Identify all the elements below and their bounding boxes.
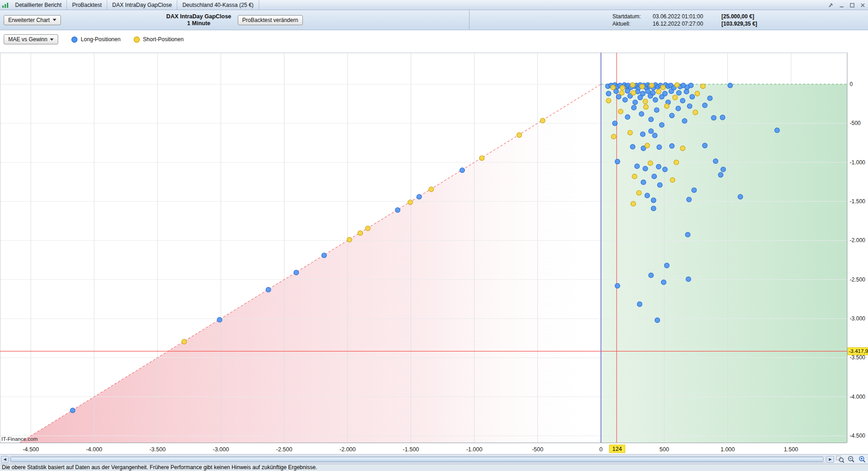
trade-point[interactable] [639, 112, 644, 117]
trade-point[interactable] [637, 190, 642, 195]
trade-point[interactable] [649, 83, 654, 88]
trade-point[interactable] [665, 104, 670, 109]
trade-point[interactable] [615, 159, 620, 164]
trade-point[interactable] [660, 123, 665, 128]
trade-point[interactable] [408, 200, 413, 205]
erweiterter-chart-dropdown[interactable]: Erweiterter Chart [4, 15, 61, 25]
zoom-selection-button[interactable] [835, 455, 845, 464]
trade-point[interactable] [644, 104, 649, 109]
trade-point[interactable] [728, 83, 733, 88]
trade-point[interactable] [620, 85, 625, 90]
trade-point[interactable] [669, 89, 674, 94]
trade-point[interactable] [680, 98, 685, 103]
trade-point[interactable] [640, 84, 645, 89]
trade-point[interactable] [654, 108, 659, 113]
maximize-icon[interactable] [848, 1, 856, 9]
trade-point[interactable] [517, 133, 522, 138]
trade-point[interactable] [670, 178, 675, 183]
trade-point[interactable] [661, 280, 666, 285]
trade-point[interactable] [611, 134, 616, 139]
trade-point[interactable] [366, 226, 371, 231]
scroll-right-button[interactable]: ▶ [826, 456, 834, 463]
trade-point[interactable] [70, 408, 75, 413]
trade-point[interactable] [703, 103, 708, 108]
hscrollbar-track[interactable] [10, 456, 825, 463]
trade-point[interactable] [645, 143, 650, 148]
trade-point[interactable] [670, 144, 675, 149]
trade-point[interactable] [266, 287, 271, 292]
trade-point[interactable] [606, 91, 611, 96]
pin-icon[interactable] [827, 1, 835, 9]
trade-point[interactable] [720, 115, 725, 120]
trade-point[interactable] [643, 166, 648, 171]
trade-point[interactable] [640, 132, 645, 137]
trade-point[interactable] [429, 187, 434, 192]
trade-point[interactable] [625, 88, 630, 93]
trade-point[interactable] [680, 146, 685, 151]
trade-point[interactable] [632, 174, 637, 179]
probacktest-veraendern-button[interactable]: ProBacktest verändern [238, 15, 303, 25]
trade-point[interactable] [738, 195, 743, 200]
trade-point[interactable] [652, 174, 657, 179]
trade-point[interactable] [322, 253, 327, 258]
trade-point[interactable] [648, 161, 653, 166]
trade-point[interactable] [633, 100, 638, 105]
trade-point[interactable] [662, 167, 667, 172]
trade-point[interactable] [615, 283, 620, 288]
trade-point[interactable] [540, 118, 546, 123]
trade-point[interactable] [649, 129, 654, 134]
trade-point[interactable] [631, 201, 636, 206]
trade-point[interactable] [635, 89, 640, 94]
scroll-left-button[interactable]: ◀ [1, 456, 9, 463]
trade-point[interactable] [395, 208, 400, 213]
trade-point[interactable] [358, 231, 363, 236]
trade-point[interactable] [640, 91, 645, 96]
trade-point[interactable] [711, 115, 716, 120]
trade-point[interactable] [682, 119, 687, 124]
trade-point[interactable] [619, 91, 624, 96]
trade-point[interactable] [656, 164, 661, 169]
trade-point[interactable] [294, 270, 299, 275]
tab-probacktest[interactable]: ProBacktest [67, 0, 107, 10]
trade-point[interactable] [665, 263, 670, 268]
trade-point[interactable] [612, 121, 617, 126]
trade-point[interactable] [677, 91, 682, 96]
trade-point[interactable] [721, 167, 726, 172]
minimize-icon[interactable] [838, 1, 845, 9]
trade-point[interactable] [653, 97, 658, 103]
trade-point[interactable] [628, 130, 633, 135]
trade-point[interactable] [670, 113, 675, 118]
trade-point[interactable] [655, 318, 660, 323]
tab-dax-intraday-gapclose[interactable]: DAX IntraDay GapClose [107, 0, 177, 10]
trade-point[interactable] [650, 91, 655, 96]
trade-point[interactable] [643, 99, 648, 104]
trade-point[interactable] [618, 109, 623, 114]
trade-point[interactable] [649, 117, 654, 122]
trade-point[interactable] [606, 98, 611, 103]
trade-point[interactable] [637, 302, 642, 307]
trade-point[interactable] [661, 85, 666, 90]
trade-point[interactable] [718, 173, 723, 178]
mae-vs-gewinn-dropdown[interactable]: MAE vs Gewinn [4, 34, 58, 44]
trade-point[interactable] [675, 82, 680, 87]
trade-point[interactable] [631, 91, 636, 96]
trade-point[interactable] [673, 95, 678, 100]
zoom-out-button[interactable] [846, 455, 856, 464]
trade-point[interactable] [657, 145, 662, 150]
zoom-in-button[interactable] [857, 455, 867, 464]
mae-vs-gewinn-chart[interactable]: -4.500-4.000-3.500-3.000-2.500-2.000-1.5… [0, 49, 868, 454]
trade-point[interactable] [652, 133, 657, 138]
trade-point[interactable] [641, 180, 646, 185]
trade-point[interactable] [687, 197, 692, 202]
trade-point[interactable] [630, 82, 635, 87]
trade-point[interactable] [703, 143, 708, 148]
trade-point[interactable] [460, 168, 465, 173]
trade-point[interactable] [713, 159, 718, 164]
trade-point[interactable] [686, 277, 691, 282]
tab-deutschland-40-kassa[interactable]: Deutschland 40-Kassa (25 €) [177, 0, 259, 10]
trade-point[interactable] [676, 106, 681, 111]
trade-point[interactable] [630, 144, 635, 149]
trade-point[interactable] [625, 114, 630, 119]
trade-point[interactable] [645, 89, 650, 94]
trade-point[interactable] [688, 83, 693, 88]
